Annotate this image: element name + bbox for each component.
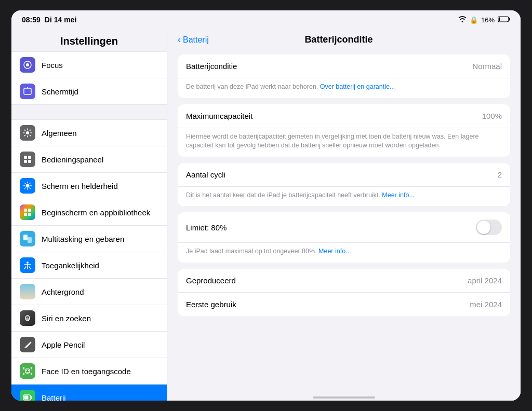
conditie-card: Batterijconditie Normaal De batterij van…: [178, 54, 510, 98]
sidebar-item-achtergrond[interactable]: Achtergrond: [11, 279, 167, 305]
sidebar-item-scherm[interactable]: Scherm en helderheid: [11, 173, 167, 199]
limiet-card: Limiet: 80% Je iPad laadt maximaal op to…: [178, 212, 510, 263]
eerste-gebruik-label: Eerste gebruik: [186, 300, 236, 309]
pencil-label: Apple Pencil: [42, 340, 85, 349]
batterij-icon: [20, 390, 35, 401]
conditie-value: Normaal: [472, 62, 502, 71]
home-indicator-area: [167, 388, 521, 401]
multitasking-icon: [20, 231, 35, 246]
geproduceerd-label: Geproduceerd: [186, 276, 236, 285]
svg-rect-1: [509, 18, 510, 20]
svg-rect-15: [24, 213, 27, 216]
scherm-label: Scherm en helderheid: [42, 182, 118, 190]
capaciteit-row: Maximumcapaciteit 100%: [178, 104, 510, 128]
home-bar: [313, 396, 375, 399]
conditie-row: Batterijconditie Normaal: [178, 54, 510, 78]
sidebar-item-algemeen[interactable]: Algemeen: [11, 119, 167, 146]
svg-rect-27: [31, 396, 32, 399]
svg-rect-28: [24, 396, 29, 400]
sidebar-item-beginscherm[interactable]: Beginscherm en appbibliotheek: [11, 199, 167, 226]
cycli-label: Aantal cycli: [186, 170, 225, 179]
sidebar-item-toegankelijkheid[interactable]: Toegankelijkheid: [11, 252, 167, 279]
siri-icon: [20, 310, 35, 326]
detail-title: Batterijconditie: [209, 34, 469, 45]
conditie-desc-text: De batterij van deze iPad werkt naar beh…: [186, 83, 320, 90]
bedieningspaneel-label: Bedieningspaneel: [42, 155, 103, 164]
svg-rect-5: [24, 88, 31, 94]
limiet-link[interactable]: Meer info...: [318, 248, 351, 255]
pencil-icon: [20, 337, 35, 352]
faceid-label: Face ID en toegangscode: [42, 367, 131, 376]
beginscherm-icon: [20, 204, 35, 220]
status-right: 🔒 16%: [458, 16, 510, 24]
sidebar-item-schermtijd[interactable]: Schermtijd: [11, 78, 167, 105]
batterij-label: Batterij: [42, 393, 66, 401]
capaciteit-value: 100%: [482, 112, 502, 120]
svg-point-7: [26, 131, 29, 134]
limiet-description: Je iPad laadt maximaal op tot ongeveer 8…: [178, 243, 510, 263]
limiet-toggle[interactable]: [476, 220, 502, 235]
signal-icon: 🔒: [470, 16, 478, 24]
capaciteit-label: Maximumcapaciteit: [186, 112, 252, 120]
svg-rect-20: [23, 287, 32, 296]
geproduceerd-value: april 2024: [468, 276, 502, 285]
svg-point-4: [26, 63, 29, 66]
ipad-frame: 08:59 Di 14 mei 🔒 16%: [11, 10, 521, 401]
algemeen-label: Algemeen: [42, 129, 77, 138]
beginscherm-label: Beginscherm en appbibliotheek: [42, 208, 150, 217]
sidebar-item-faceid[interactable]: Face ID en toegangscode: [11, 358, 167, 385]
battery-percent: 16%: [481, 16, 495, 24]
conditie-label: Batterijconditie: [186, 62, 237, 71]
conditie-description: De batterij van deze iPad werkt naar beh…: [178, 78, 510, 98]
status-bar: 08:59 Di 14 mei 🔒 16%: [11, 10, 521, 29]
limiet-row: Limiet: 80%: [178, 212, 510, 243]
sidebar-item-multitasking[interactable]: Multitasking en gebaren: [11, 226, 167, 252]
algemeen-icon: [20, 125, 35, 141]
right-panel: ‹ Batterij Batterijconditie Batterijcond…: [167, 29, 521, 401]
svg-rect-13: [24, 209, 27, 212]
sidebar-group-2: Algemeen Bedieningspaneel Scherm en held…: [11, 119, 167, 401]
status-left: 08:59 Di 14 mei: [22, 16, 76, 24]
toegankelijkheid-label: Toegankelijkheid: [42, 261, 99, 270]
main-content: Instellingen Focus Schermtijd: [11, 29, 521, 401]
siri-label: Siri en zoeken: [42, 314, 91, 323]
cards-area: Batterijconditie Normaal De batterij van…: [167, 49, 521, 388]
sidebar-item-batterij[interactable]: Batterij: [11, 385, 167, 401]
date: Di 14 mei: [45, 16, 76, 24]
cycli-link[interactable]: Meer info...: [382, 191, 415, 199]
scherm-icon: [20, 178, 35, 194]
right-header: ‹ Batterij Batterijconditie: [167, 29, 521, 49]
sidebar-title: Instellingen: [11, 29, 167, 51]
schermtijd-icon: [20, 84, 35, 99]
multitasking-label: Multitasking en gebaren: [42, 235, 124, 243]
faceid-icon: [20, 363, 35, 379]
sidebar-item-focus[interactable]: Focus: [11, 51, 167, 78]
svg-rect-17: [23, 235, 28, 240]
svg-rect-18: [28, 237, 32, 243]
toegankelijkheid-icon: [20, 257, 35, 273]
achtergrond-label: Achtergrond: [42, 287, 84, 296]
eerste-gebruik-value: mei 2024: [470, 300, 502, 309]
limiet-label: Limiet: 80%: [186, 223, 227, 232]
cycli-card: Aantal cycli 2 Dit is het aantal keer da…: [178, 163, 510, 207]
svg-point-12: [26, 184, 30, 188]
svg-point-25: [28, 370, 29, 371]
cycli-row: Aantal cycli 2: [178, 163, 510, 187]
wifi-icon: [458, 16, 467, 24]
sidebar-item-pencil[interactable]: Apple Pencil: [11, 332, 167, 358]
svg-rect-9: [28, 156, 31, 159]
eerste-gebruik-row: Eerste gebruik mei 2024: [178, 293, 510, 316]
separator-1: [11, 107, 167, 119]
battery-icon: [498, 16, 510, 24]
focus-icon: [20, 57, 35, 73]
conditie-link[interactable]: Over batterij en garantie...: [320, 83, 395, 90]
cycli-description: Dit is het aantal keer dat de iPad je ba…: [178, 187, 510, 207]
back-button[interactable]: ‹ Batterij: [178, 34, 209, 45]
bedieningspaneel-icon: [20, 152, 35, 167]
achtergrond-icon: [20, 284, 35, 299]
svg-rect-14: [28, 209, 31, 212]
sidebar-item-bedieningspaneel[interactable]: Bedieningspaneel: [11, 146, 167, 173]
focus-label: Focus: [42, 61, 63, 70]
sidebar-item-siri[interactable]: Siri en zoeken: [11, 305, 167, 332]
sidebar-group-1: Focus Schermtijd: [11, 51, 167, 105]
